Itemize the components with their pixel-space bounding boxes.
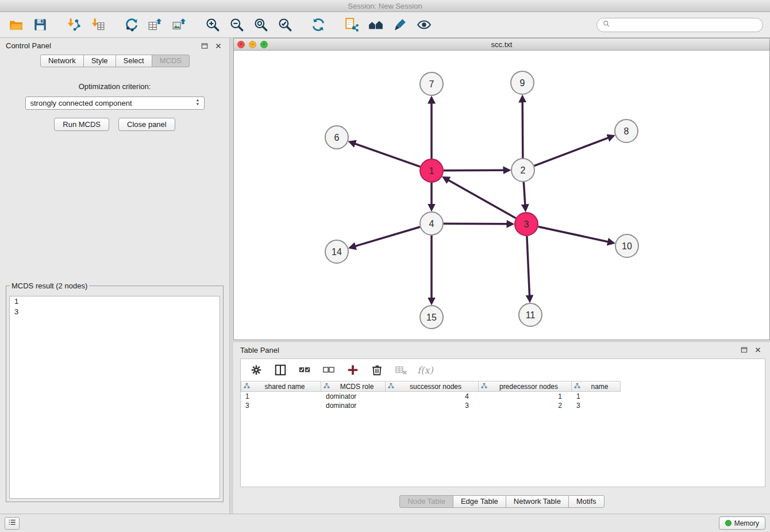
column-header-name[interactable]: name (572, 381, 621, 392)
graph-node-14[interactable]: 14 (325, 240, 348, 263)
show-columns-button[interactable] (273, 363, 288, 377)
new-network-button[interactable] (122, 16, 140, 34)
delete-row-button[interactable] (369, 363, 384, 377)
graph-edge-1-2[interactable] (444, 170, 504, 171)
save-session-button[interactable] (31, 16, 49, 34)
home-button[interactable] (367, 16, 385, 34)
graph-edge-3-1[interactable] (448, 180, 516, 218)
tab-network[interactable]: Network (40, 55, 84, 67)
float-table-panel-icon[interactable] (739, 345, 749, 355)
column-header-label: shared name (251, 383, 318, 391)
tab-mcds[interactable]: MCDS (152, 55, 190, 67)
table-cell-shared-name: 3 (241, 402, 321, 410)
svg-text:9: 9 (520, 78, 525, 88)
add-row-button[interactable] (345, 363, 360, 377)
show-graphics-button[interactable] (415, 16, 433, 34)
memory-status-dot (725, 520, 732, 526)
graph-node-1[interactable]: 1 (420, 159, 443, 182)
graph-edge-1-6[interactable] (355, 144, 420, 167)
search-input[interactable] (613, 20, 757, 30)
zoom-fit-button[interactable] (252, 16, 270, 34)
close-panel-icon[interactable] (213, 41, 224, 51)
tab-style[interactable]: Style (83, 55, 116, 67)
tab-node-table[interactable]: Node Table (399, 495, 453, 508)
graph-edge-3-10[interactable] (538, 226, 609, 242)
tab-edge-table[interactable]: Edge Table (453, 495, 506, 508)
graph-node-7[interactable]: 7 (420, 72, 443, 95)
tab-select[interactable]: Select (116, 55, 152, 67)
graph-edge-2-3[interactable] (523, 182, 525, 205)
tab-network-table[interactable]: Network Table (506, 495, 569, 508)
table-cell-name: 3 (572, 402, 621, 410)
graph-node-3[interactable]: 3 (515, 213, 538, 236)
network-canvas[interactable]: 7968123414101511 (234, 51, 769, 340)
select-all-button[interactable] (297, 363, 312, 377)
main-toolbar (0, 12, 770, 38)
graph-node-2[interactable]: 2 (511, 159, 534, 182)
graph-node-4[interactable]: 4 (420, 212, 443, 235)
close-table-panel-icon[interactable] (753, 345, 763, 355)
mcds-result-list[interactable]: 13 (9, 296, 220, 499)
select-all-icon (298, 364, 311, 376)
memory-button[interactable]: Memory (719, 516, 765, 530)
open-file-button[interactable] (7, 16, 25, 34)
show-graphics-icon (417, 17, 432, 32)
task-list-icon (7, 518, 17, 529)
table-cell-name: 1 (572, 392, 621, 400)
run-mcds-button[interactable]: Run MCDS (54, 118, 109, 131)
home-icon (368, 17, 383, 32)
zoom-in-button[interactable] (203, 16, 222, 34)
graph-edge-4-14[interactable] (355, 227, 420, 246)
maximize-window-icon[interactable]: + (260, 41, 268, 48)
export-table-button[interactable] (146, 16, 164, 34)
settings-button[interactable] (249, 363, 264, 377)
column-header-shared-name[interactable]: shared name (241, 381, 321, 392)
function-builder-icon: f(x) (417, 365, 433, 376)
tab-motifs[interactable]: Motifs (568, 495, 605, 508)
column-header-mcds-role[interactable]: MCDS role (321, 381, 386, 392)
minimize-window-icon[interactable]: − (249, 41, 256, 48)
network-window-titlebar: × − + scc.txt (234, 38, 769, 51)
search-box[interactable] (596, 18, 763, 32)
close-window-icon[interactable]: × (237, 41, 245, 48)
zoom-selected-button[interactable] (276, 16, 294, 34)
copy-style-button[interactable] (342, 16, 361, 34)
export-image-button[interactable] (170, 16, 188, 34)
graph-node-6[interactable]: 6 (325, 126, 348, 149)
import-table-icon (90, 17, 105, 32)
column-header-predecessor-nodes[interactable]: predecessor nodes (479, 381, 572, 392)
deselect-all-button[interactable] (321, 363, 336, 377)
svg-text:8: 8 (624, 126, 629, 136)
graph-edge-2-8[interactable] (534, 138, 609, 166)
graph-node-11[interactable]: 11 (519, 303, 542, 326)
table-cell-predecessor-nodes: 1 (479, 392, 572, 400)
table-row[interactable]: 3dominator323 (241, 401, 765, 410)
criterion-value: strongly connected component (30, 99, 194, 107)
zoom-out-button[interactable] (228, 16, 246, 34)
import-table-button[interactable] (88, 16, 107, 34)
graph-node-10[interactable]: 10 (615, 234, 638, 257)
graph-node-9[interactable]: 9 (511, 71, 534, 94)
mcds-result-item[interactable]: 1 (10, 296, 220, 307)
graph-edge-3-11[interactable] (527, 236, 530, 296)
criterion-select[interactable]: strongly connected component (25, 97, 205, 110)
new-network-icon (124, 17, 138, 32)
float-panel-icon[interactable] (199, 41, 210, 51)
column-header-label: predecessor nodes (488, 383, 569, 391)
graph-node-15[interactable]: 15 (420, 306, 443, 329)
mcds-result-item[interactable]: 3 (10, 307, 220, 317)
graph-edge-2-9[interactable] (522, 102, 523, 158)
import-network-button[interactable] (64, 16, 83, 34)
control-panel-title: Control Panel (6, 41, 51, 50)
task-history-button[interactable] (5, 517, 20, 530)
svg-text:3: 3 (524, 219, 529, 229)
table-row[interactable]: 1dominator411 (241, 392, 765, 401)
column-header-successor-nodes[interactable]: successor nodes (386, 381, 479, 392)
refresh-layout-button[interactable] (309, 16, 328, 34)
graph-node-8[interactable]: 8 (615, 119, 638, 142)
close-panel-button[interactable]: Close panel (118, 118, 175, 131)
apply-style-button[interactable] (391, 16, 409, 34)
graph-edge-4-3[interactable] (444, 223, 507, 224)
zoom-in-icon (205, 17, 220, 32)
column-header-label: MCDS role (331, 383, 383, 391)
